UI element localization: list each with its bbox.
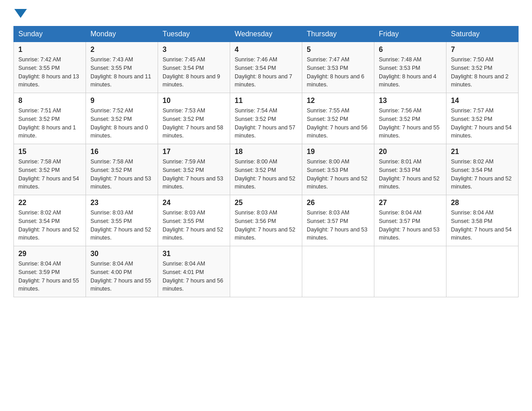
calendar-cell: 4Sunrise: 7:46 AMSunset: 3:54 PMDaylight… [230,42,302,93]
day-number: 8 [18,97,81,105]
calendar-cell: 27Sunrise: 8:04 AMSunset: 3:57 PMDayligh… [374,195,446,246]
day-number: 13 [379,97,442,105]
calendar-table: SundayMondayTuesdayWednesdayThursdayFrid… [13,26,519,297]
day-info: Sunrise: 8:04 AMSunset: 3:57 PMDaylight:… [379,210,440,241]
day-info: Sunrise: 8:03 AMSunset: 3:56 PMDaylight:… [235,210,296,241]
day-info: Sunrise: 7:48 AMSunset: 3:53 PMDaylight:… [379,56,437,88]
day-number: 30 [90,250,153,258]
calendar-cell: 21Sunrise: 8:02 AMSunset: 3:54 PMDayligh… [446,144,519,195]
header-day-tuesday: Tuesday [158,26,230,42]
day-info: Sunrise: 7:51 AMSunset: 3:52 PMDaylight:… [18,107,76,139]
calendar-cell: 20Sunrise: 8:01 AMSunset: 3:53 PMDayligh… [374,144,446,195]
day-info: Sunrise: 7:59 AMSunset: 3:52 PMDaylight:… [163,158,223,190]
day-number: 4 [235,46,297,54]
calendar-cell: 25Sunrise: 8:03 AMSunset: 3:56 PMDayligh… [230,195,302,246]
day-number: 23 [90,199,153,207]
day-number: 11 [235,97,297,105]
day-number: 7 [451,46,514,54]
calendar-cell: 10Sunrise: 7:53 AMSunset: 3:52 PMDayligh… [158,93,230,144]
day-info: Sunrise: 7:54 AMSunset: 3:52 PMDaylight:… [235,107,296,139]
week-row-3: 15Sunrise: 7:58 AMSunset: 3:52 PMDayligh… [14,144,519,195]
day-info: Sunrise: 8:02 AMSunset: 3:54 PMDaylight:… [451,158,512,190]
day-number: 10 [163,97,225,105]
header-row: SundayMondayTuesdayWednesdayThursdayFrid… [14,26,519,42]
calendar-cell [374,246,446,297]
calendar-cell: 22Sunrise: 8:02 AMSunset: 3:54 PMDayligh… [14,195,86,246]
calendar-body: 1Sunrise: 7:42 AMSunset: 3:55 PMDaylight… [14,42,519,297]
calendar-cell: 1Sunrise: 7:42 AMSunset: 3:55 PMDaylight… [14,42,86,93]
day-number: 6 [379,46,442,54]
day-info: Sunrise: 7:50 AMSunset: 3:52 PMDaylight:… [451,56,509,88]
calendar-cell: 19Sunrise: 8:00 AMSunset: 3:53 PMDayligh… [302,144,374,195]
day-info: Sunrise: 8:03 AMSunset: 3:55 PMDaylight:… [163,210,223,241]
calendar-cell: 15Sunrise: 7:58 AMSunset: 3:52 PMDayligh… [14,144,86,195]
day-info: Sunrise: 7:55 AMSunset: 3:52 PMDaylight:… [307,107,368,139]
header-day-thursday: Thursday [302,26,374,42]
calendar-cell: 12Sunrise: 7:55 AMSunset: 3:52 PMDayligh… [302,93,374,144]
day-info: Sunrise: 7:58 AMSunset: 3:52 PMDaylight:… [18,158,79,190]
calendar-cell: 14Sunrise: 7:57 AMSunset: 3:52 PMDayligh… [446,93,519,144]
day-number: 26 [307,199,369,207]
header-day-saturday: Saturday [446,26,519,42]
day-number: 12 [307,97,369,105]
day-number: 19 [307,148,369,156]
calendar-cell [446,246,519,297]
day-info: Sunrise: 7:47 AMSunset: 3:53 PMDaylight:… [307,56,365,88]
calendar-cell: 8Sunrise: 7:51 AMSunset: 3:52 PMDaylight… [14,93,86,144]
day-info: Sunrise: 8:04 AMSunset: 4:01 PMDaylight:… [163,261,223,292]
week-row-1: 1Sunrise: 7:42 AMSunset: 3:55 PMDaylight… [14,42,519,93]
calendar-cell: 5Sunrise: 7:47 AMSunset: 3:53 PMDaylight… [302,42,374,93]
day-number: 24 [163,199,225,207]
day-info: Sunrise: 7:57 AMSunset: 3:52 PMDaylight:… [451,107,512,139]
day-number: 15 [18,148,81,156]
day-number: 3 [163,46,225,54]
calendar-header: SundayMondayTuesdayWednesdayThursdayFrid… [14,26,519,42]
calendar-cell [230,246,302,297]
calendar-cell [302,246,374,297]
day-info: Sunrise: 7:58 AMSunset: 3:52 PMDaylight:… [90,158,151,190]
day-info: Sunrise: 7:45 AMSunset: 3:54 PMDaylight:… [163,56,220,88]
calendar-cell: 3Sunrise: 7:45 AMSunset: 3:54 PMDaylight… [158,42,230,93]
calendar-cell: 17Sunrise: 7:59 AMSunset: 3:52 PMDayligh… [158,144,230,195]
week-row-5: 29Sunrise: 8:04 AMSunset: 3:59 PMDayligh… [14,246,519,297]
day-number: 17 [163,148,225,156]
calendar-cell: 18Sunrise: 8:00 AMSunset: 3:52 PMDayligh… [230,144,302,195]
day-number: 28 [451,199,514,207]
day-info: Sunrise: 8:00 AMSunset: 3:53 PMDaylight:… [307,158,368,190]
calendar-cell: 7Sunrise: 7:50 AMSunset: 3:52 PMDaylight… [446,42,519,93]
day-info: Sunrise: 8:04 AMSunset: 3:58 PMDaylight:… [451,210,512,241]
calendar-cell: 26Sunrise: 8:03 AMSunset: 3:57 PMDayligh… [302,195,374,246]
day-info: Sunrise: 8:02 AMSunset: 3:54 PMDaylight:… [18,210,79,241]
day-info: Sunrise: 8:04 AMSunset: 3:59 PMDaylight:… [18,261,79,292]
day-number: 9 [90,97,153,105]
day-number: 14 [451,97,514,105]
calendar-cell: 29Sunrise: 8:04 AMSunset: 3:59 PMDayligh… [14,246,86,297]
calendar-cell: 23Sunrise: 8:03 AMSunset: 3:55 PMDayligh… [86,195,158,246]
day-number: 31 [163,250,225,258]
week-row-4: 22Sunrise: 8:02 AMSunset: 3:54 PMDayligh… [14,195,519,246]
day-number: 1 [18,46,81,54]
header-day-friday: Friday [374,26,446,42]
day-number: 18 [235,148,297,156]
day-info: Sunrise: 8:03 AMSunset: 3:57 PMDaylight:… [307,210,368,241]
day-info: Sunrise: 8:03 AMSunset: 3:55 PMDaylight:… [90,210,151,241]
header-day-wednesday: Wednesday [230,26,302,42]
day-number: 21 [451,148,514,156]
day-number: 5 [307,46,369,54]
calendar-cell: 30Sunrise: 8:04 AMSunset: 4:00 PMDayligh… [86,246,158,297]
day-info: Sunrise: 8:04 AMSunset: 4:00 PMDaylight:… [90,261,151,292]
logo [13,9,28,18]
day-info: Sunrise: 7:42 AMSunset: 3:55 PMDaylight:… [18,56,79,88]
day-number: 20 [379,148,442,156]
day-info: Sunrise: 8:00 AMSunset: 3:52 PMDaylight:… [235,158,296,190]
day-number: 16 [90,148,153,156]
calendar-cell: 9Sunrise: 7:52 AMSunset: 3:52 PMDaylight… [86,93,158,144]
day-info: Sunrise: 7:46 AMSunset: 3:54 PMDaylight:… [235,56,292,88]
day-number: 25 [235,199,297,207]
header-day-monday: Monday [86,26,158,42]
calendar-cell: 31Sunrise: 8:04 AMSunset: 4:01 PMDayligh… [158,246,230,297]
calendar-cell: 2Sunrise: 7:43 AMSunset: 3:55 PMDaylight… [86,42,158,93]
day-info: Sunrise: 7:43 AMSunset: 3:55 PMDaylight:… [90,56,151,88]
day-number: 27 [379,199,442,207]
day-info: Sunrise: 7:56 AMSunset: 3:52 PMDaylight:… [379,107,440,139]
